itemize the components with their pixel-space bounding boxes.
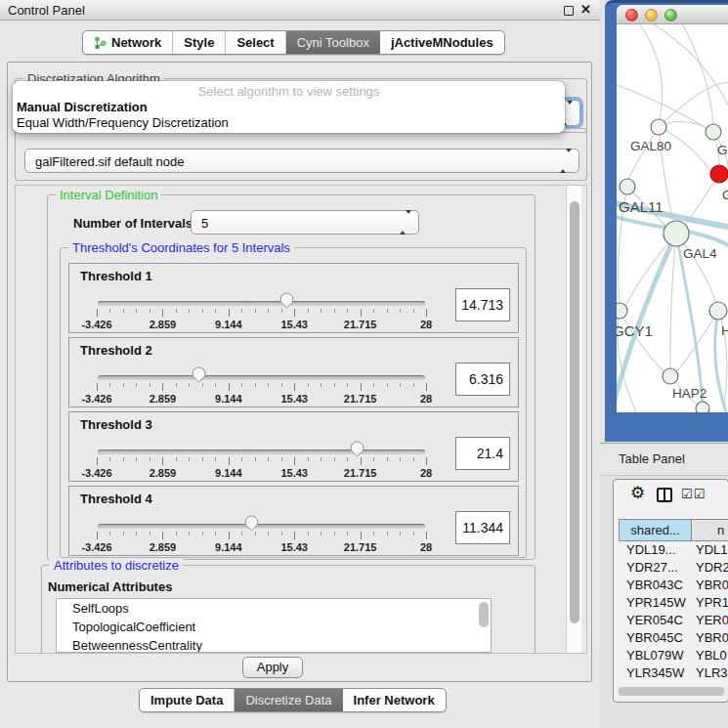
slider-tick	[426, 383, 427, 391]
slider-tick-label: -3.426	[81, 393, 111, 405]
network-window-titlebar	[617, 5, 728, 24]
slider-tick	[241, 383, 242, 387]
dropdown-option-manual-discretization[interactable]: Manual Discretization	[16, 100, 562, 115]
network-view-window: GAL80GAGGAL11GAL4GCY1HHAP2	[605, 0, 728, 442]
network-node[interactable]	[696, 402, 709, 412]
numerical-attributes-list[interactable]: SelfLoopsTopologicalCoefficientBetweenne…	[56, 598, 492, 653]
slider-tick	[255, 383, 256, 387]
threshold-value-field[interactable]: 6.316	[455, 363, 510, 396]
table-row[interactable]: YBR045CYBR0	[619, 629, 728, 647]
slider-track[interactable]	[98, 524, 425, 529]
tab-network[interactable]: Network	[83, 31, 173, 54]
tab-label: Style	[184, 35, 214, 50]
attribute-list-item[interactable]: SelfLoops	[57, 599, 491, 618]
table-data-combobox[interactable]: galFiltered.sif default node	[24, 149, 579, 173]
minimize-traffic-light-icon[interactable]	[645, 9, 658, 21]
horizontal-scrollbar-thumb[interactable]	[619, 687, 724, 696]
slider-tick	[400, 457, 401, 461]
table-row[interactable]: YBR043CYBR0	[619, 577, 728, 594]
network-icon	[94, 36, 107, 50]
network-node-gal4[interactable]	[664, 221, 689, 246]
slider-thumb[interactable]	[244, 515, 259, 532]
list-scrollbar-thumb[interactable]	[479, 602, 489, 627]
slider-tick	[347, 457, 348, 461]
slider-tick	[202, 532, 203, 535]
attribute-list-item[interactable]: TopologicalCoefficient	[57, 618, 491, 636]
threshold-label: Threshold 2	[80, 343, 152, 358]
close-traffic-light-icon[interactable]	[625, 9, 638, 21]
number-of-intervals-label: Number of Intervals	[73, 216, 193, 231]
slider-tick	[136, 457, 137, 461]
cell-shared-name: YLR345W	[619, 664, 692, 682]
slider-tick-label: 28	[420, 467, 432, 479]
table-row[interactable]: YDL19...YDL1	[619, 541, 728, 559]
slider-track[interactable]	[98, 301, 425, 306]
threshold-value-field[interactable]: 11.344	[455, 511, 510, 544]
network-node-label: GA	[717, 143, 728, 157]
tab-discretize-data[interactable]: Discretize Data	[235, 689, 342, 711]
algorithm-dropdown-popup: Select algorithm to view settings Manual…	[13, 81, 565, 133]
tab-cyni-toolbox[interactable]: Cyni Toolbox	[286, 31, 380, 54]
slider-tick	[268, 532, 269, 535]
cell-name: YPR1	[692, 594, 728, 612]
combo-stepper-icon	[560, 152, 572, 170]
cell-shared-name: YPR145W	[619, 594, 692, 612]
tab-style[interactable]: Style	[173, 31, 226, 54]
vertical-scrollbar[interactable]	[566, 186, 581, 653]
slider-thumb[interactable]	[350, 441, 364, 457]
network-node-gal80[interactable]	[651, 119, 666, 135]
network-node-gal11[interactable]	[620, 179, 635, 194]
network-node-gcy1[interactable]	[617, 303, 627, 319]
slider-tick	[347, 383, 348, 387]
slider-track[interactable]	[98, 450, 425, 454]
slider-track[interactable]	[98, 375, 425, 380]
interval-definition-group: Interval Definition Number of Intervals …	[47, 194, 535, 560]
dropdown-option-equal-width-frequency[interactable]: Equal Width/Frequency Discretization	[16, 115, 562, 131]
table-row[interactable]: YPR145WYPR1	[619, 594, 728, 612]
slider-tick	[294, 383, 295, 391]
network-node-label: GAL11	[619, 198, 664, 215]
network-node-h[interactable]	[709, 302, 727, 320]
apply-button[interactable]: Apply	[242, 657, 303, 678]
tab-jactivemnodules[interactable]: jActiveMNodules	[380, 31, 504, 54]
column-header-shared-name[interactable]: shared...	[619, 519, 692, 541]
threshold-label: Threshold 4	[80, 492, 152, 506]
slider-tick	[136, 309, 137, 313]
network-node-hap2[interactable]	[663, 368, 678, 384]
split-view-icon[interactable]	[657, 488, 672, 502]
tab-select[interactable]: Select	[226, 31, 285, 54]
settings-scrollpane: Interval Definition Number of Intervals …	[15, 185, 587, 654]
column-checkboxes-icon[interactable]: ☑☑	[681, 487, 706, 501]
slider-thumb[interactable]	[192, 366, 206, 383]
slider-tick	[162, 457, 163, 465]
slider-tick	[97, 457, 98, 465]
tab-infer-network[interactable]: Infer Network	[343, 689, 446, 711]
threshold-value-field[interactable]: 14.713	[455, 288, 510, 321]
table-row[interactable]: YER054CYER0	[619, 612, 728, 629]
threshold-coordinates-title: Threshold's Coordinates for 5 Intervals	[68, 240, 294, 255]
network-canvas[interactable]: GAL80GAGGAL11GAL4GCY1HHAP2	[617, 24, 728, 412]
column-header-name[interactable]: n	[692, 519, 728, 541]
table-row[interactable]: YLR345WYLR3	[619, 664, 728, 682]
tab-impute-data[interactable]: Impute Data	[140, 689, 235, 711]
float-window-icon[interactable]	[564, 6, 574, 16]
slider-tick	[268, 457, 269, 461]
vertical-scrollbar-thumb[interactable]	[570, 201, 579, 623]
attribute-list-item[interactable]: BetweennessCentrality	[57, 636, 491, 653]
slider-tick	[189, 457, 190, 461]
slider-tick	[229, 309, 230, 317]
threshold-value-field[interactable]: 21.4	[455, 437, 510, 470]
table-row[interactable]: YBL079WYBL0	[619, 647, 728, 664]
slider-tick-label: 9.144	[215, 319, 242, 330]
gear-icon[interactable]: ⚙	[630, 483, 645, 503]
network-node-g[interactable]	[710, 165, 728, 183]
slider-tick-label: 21.715	[344, 393, 377, 405]
slider-tick	[294, 457, 295, 465]
number-of-intervals-combobox[interactable]: 5	[191, 210, 419, 235]
close-icon[interactable]: ✕	[580, 2, 591, 17]
network-node-ga[interactable]	[706, 124, 721, 140]
slider-thumb[interactable]	[279, 292, 294, 309]
horizontal-scrollbar[interactable]	[618, 686, 728, 697]
zoom-traffic-light-icon[interactable]	[664, 9, 677, 21]
table-row[interactable]: YDR27...YDR2	[619, 559, 728, 577]
